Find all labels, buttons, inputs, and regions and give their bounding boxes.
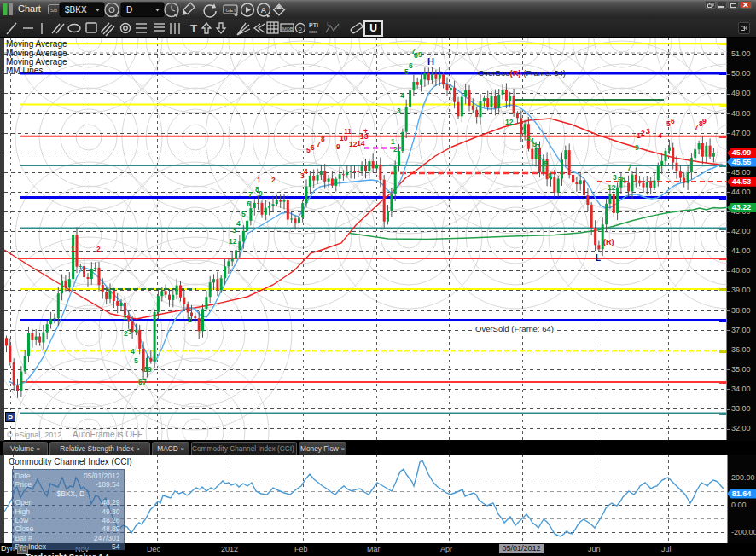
svg-text:9: 9 [418,50,422,59]
svg-text:L: L [596,253,601,263]
svg-text:3: 3 [128,327,132,336]
svg-text:1: 1 [188,316,192,324]
svg-text:$BKX: $BKX [65,5,87,14]
svg-text:SB: SB [50,8,57,13]
svg-text:2: 2 [96,245,101,253]
svg-text:11: 11 [344,127,352,136]
svg-text:9: 9 [336,142,340,151]
svg-text:8: 8 [544,159,548,168]
svg-text:7: 7 [536,142,540,151]
svg-text:D: D [126,5,132,14]
svg-text:3: 3 [397,107,401,115]
svg-text:xxxx: xxxx [309,29,318,34]
svg-text:6: 6 [538,153,542,162]
svg-text:6: 6 [311,143,315,152]
svg-text:7: 7 [248,190,253,199]
svg-text:6: 6 [409,61,413,70]
svg-text:12: 12 [608,183,616,192]
svg-text:1: 1 [123,313,127,321]
svg-text:14: 14 [357,139,365,148]
svg-text:4: 4 [131,347,135,356]
svg-text:+: + [363,127,368,136]
svg-text:2: 2 [393,145,398,153]
svg-text:4: 4 [236,219,241,228]
svg-text:GET: GET [226,8,237,13]
svg-text:3: 3 [646,127,650,136]
svg-text:9: 9 [148,365,152,374]
svg-text:2: 2 [271,176,276,184]
svg-text:9: 9 [702,117,707,125]
svg-text:3: 3 [613,173,617,182]
svg-text:6: 6 [621,175,625,183]
svg-text:1: 1 [71,245,75,253]
svg-text:12: 12 [505,118,514,126]
svg-text:9: 9 [259,189,263,198]
svg-text:6: 6 [671,117,675,125]
svg-text:8: 8 [321,135,325,143]
svg-text:(R): (R) [603,238,614,246]
svg-text:2: 2 [641,129,645,137]
svg-text:12: 12 [229,237,237,246]
svg-text:7: 7 [627,164,631,172]
svg-text:9: 9 [635,143,639,152]
svg-text:4: 4 [400,91,404,100]
svg-text:4: 4 [304,167,308,176]
svg-text:T: T [190,22,197,35]
svg-text:H: H [427,56,434,67]
svg-text:5: 5 [241,210,246,218]
svg-text:MOB: MOB [282,26,294,32]
svg-text:4: 4 [658,131,662,140]
svg-text:PTI: PTI [309,22,318,28]
svg-text:D: D [299,26,303,32]
svg-text:↑: ↑ [199,328,202,337]
svg-text:A: A [261,6,267,14]
svg-text:5: 5 [134,356,138,365]
svg-text:L: L [327,21,329,26]
svg-text:7: 7 [142,378,147,386]
svg-text:6: 6 [247,200,251,208]
svg-text:1: 1 [257,176,261,184]
svg-text:9: 9 [548,171,552,180]
